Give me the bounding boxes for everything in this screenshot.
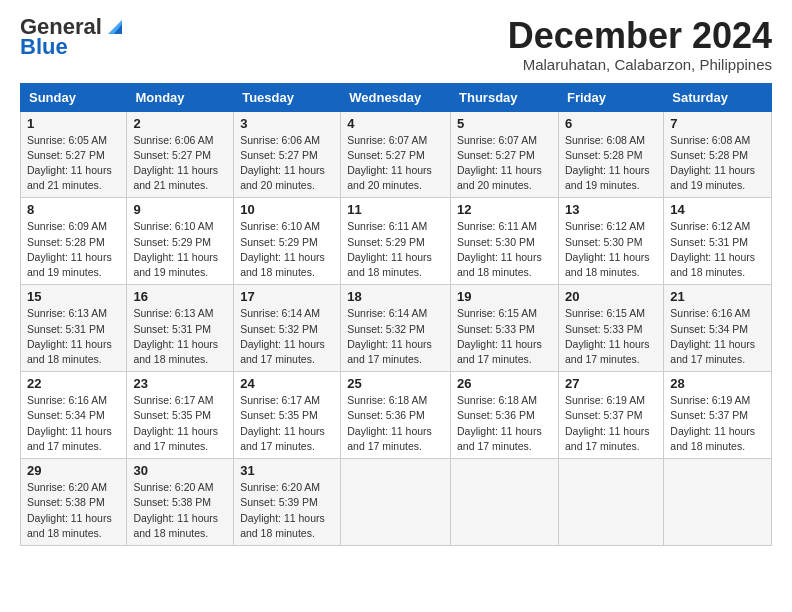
day-number: 30	[133, 463, 227, 478]
logo-blue: Blue	[20, 34, 68, 60]
calendar-cell: 4 Sunrise: 6:07 AMSunset: 5:27 PMDayligh…	[341, 111, 451, 198]
day-info: Sunrise: 6:20 AMSunset: 5:38 PMDaylight:…	[27, 480, 120, 541]
day-info: Sunrise: 6:08 AMSunset: 5:28 PMDaylight:…	[670, 133, 765, 194]
day-info: Sunrise: 6:16 AMSunset: 5:34 PMDaylight:…	[27, 393, 120, 454]
weekday-header-thursday: Thursday	[451, 83, 559, 111]
day-info: Sunrise: 6:16 AMSunset: 5:34 PMDaylight:…	[670, 306, 765, 367]
day-number: 1	[27, 116, 120, 131]
day-number: 8	[27, 202, 120, 217]
day-number: 20	[565, 289, 657, 304]
day-info: Sunrise: 6:08 AMSunset: 5:28 PMDaylight:…	[565, 133, 657, 194]
calendar-table: SundayMondayTuesdayWednesdayThursdayFrid…	[20, 83, 772, 546]
day-info: Sunrise: 6:11 AMSunset: 5:29 PMDaylight:…	[347, 219, 444, 280]
weekday-header-sunday: Sunday	[21, 83, 127, 111]
calendar-cell: 25 Sunrise: 6:18 AMSunset: 5:36 PMDaylig…	[341, 372, 451, 459]
day-info: Sunrise: 6:05 AMSunset: 5:27 PMDaylight:…	[27, 133, 120, 194]
calendar-cell: 2 Sunrise: 6:06 AMSunset: 5:27 PMDayligh…	[127, 111, 234, 198]
calendar-cell: 7 Sunrise: 6:08 AMSunset: 5:28 PMDayligh…	[664, 111, 772, 198]
title-area: December 2024 Malaruhatan, Calabarzon, P…	[508, 16, 772, 73]
calendar-cell: 20 Sunrise: 6:15 AMSunset: 5:33 PMDaylig…	[558, 285, 663, 372]
day-info: Sunrise: 6:12 AMSunset: 5:30 PMDaylight:…	[565, 219, 657, 280]
day-info: Sunrise: 6:10 AMSunset: 5:29 PMDaylight:…	[133, 219, 227, 280]
day-number: 22	[27, 376, 120, 391]
header: General Blue December 2024 Malaruhatan, …	[20, 16, 772, 73]
logo: General Blue	[20, 16, 126, 60]
calendar-cell: 19 Sunrise: 6:15 AMSunset: 5:33 PMDaylig…	[451, 285, 559, 372]
day-number: 23	[133, 376, 227, 391]
calendar-cell: 28 Sunrise: 6:19 AMSunset: 5:37 PMDaylig…	[664, 372, 772, 459]
calendar-cell: 15 Sunrise: 6:13 AMSunset: 5:31 PMDaylig…	[21, 285, 127, 372]
day-number: 29	[27, 463, 120, 478]
day-number: 27	[565, 376, 657, 391]
day-number: 4	[347, 116, 444, 131]
calendar-cell: 6 Sunrise: 6:08 AMSunset: 5:28 PMDayligh…	[558, 111, 663, 198]
day-number: 24	[240, 376, 334, 391]
day-info: Sunrise: 6:17 AMSunset: 5:35 PMDaylight:…	[133, 393, 227, 454]
day-info: Sunrise: 6:10 AMSunset: 5:29 PMDaylight:…	[240, 219, 334, 280]
day-number: 18	[347, 289, 444, 304]
calendar-cell: 14 Sunrise: 6:12 AMSunset: 5:31 PMDaylig…	[664, 198, 772, 285]
day-number: 31	[240, 463, 334, 478]
calendar-cell: 30 Sunrise: 6:20 AMSunset: 5:38 PMDaylig…	[127, 459, 234, 546]
day-info: Sunrise: 6:09 AMSunset: 5:28 PMDaylight:…	[27, 219, 120, 280]
calendar-cell	[451, 459, 559, 546]
day-number: 15	[27, 289, 120, 304]
day-info: Sunrise: 6:12 AMSunset: 5:31 PMDaylight:…	[670, 219, 765, 280]
day-number: 25	[347, 376, 444, 391]
calendar-cell: 26 Sunrise: 6:18 AMSunset: 5:36 PMDaylig…	[451, 372, 559, 459]
day-number: 21	[670, 289, 765, 304]
calendar-cell: 13 Sunrise: 6:12 AMSunset: 5:30 PMDaylig…	[558, 198, 663, 285]
day-number: 16	[133, 289, 227, 304]
day-number: 9	[133, 202, 227, 217]
day-number: 6	[565, 116, 657, 131]
day-info: Sunrise: 6:15 AMSunset: 5:33 PMDaylight:…	[457, 306, 552, 367]
day-info: Sunrise: 6:06 AMSunset: 5:27 PMDaylight:…	[133, 133, 227, 194]
calendar-cell: 21 Sunrise: 6:16 AMSunset: 5:34 PMDaylig…	[664, 285, 772, 372]
calendar-cell: 12 Sunrise: 6:11 AMSunset: 5:30 PMDaylig…	[451, 198, 559, 285]
day-info: Sunrise: 6:13 AMSunset: 5:31 PMDaylight:…	[133, 306, 227, 367]
calendar-cell: 10 Sunrise: 6:10 AMSunset: 5:29 PMDaylig…	[234, 198, 341, 285]
calendar-cell: 18 Sunrise: 6:14 AMSunset: 5:32 PMDaylig…	[341, 285, 451, 372]
calendar-cell: 24 Sunrise: 6:17 AMSunset: 5:35 PMDaylig…	[234, 372, 341, 459]
calendar-cell	[558, 459, 663, 546]
calendar-cell: 29 Sunrise: 6:20 AMSunset: 5:38 PMDaylig…	[21, 459, 127, 546]
day-number: 13	[565, 202, 657, 217]
day-info: Sunrise: 6:17 AMSunset: 5:35 PMDaylight:…	[240, 393, 334, 454]
day-info: Sunrise: 6:18 AMSunset: 5:36 PMDaylight:…	[347, 393, 444, 454]
day-number: 11	[347, 202, 444, 217]
logo-icon	[104, 16, 126, 38]
day-number: 2	[133, 116, 227, 131]
day-number: 12	[457, 202, 552, 217]
calendar-cell: 27 Sunrise: 6:19 AMSunset: 5:37 PMDaylig…	[558, 372, 663, 459]
week-row-4: 22 Sunrise: 6:16 AMSunset: 5:34 PMDaylig…	[21, 372, 772, 459]
day-info: Sunrise: 6:14 AMSunset: 5:32 PMDaylight:…	[240, 306, 334, 367]
day-info: Sunrise: 6:13 AMSunset: 5:31 PMDaylight:…	[27, 306, 120, 367]
weekday-header-tuesday: Tuesday	[234, 83, 341, 111]
day-number: 3	[240, 116, 334, 131]
day-info: Sunrise: 6:19 AMSunset: 5:37 PMDaylight:…	[565, 393, 657, 454]
weekday-header-row: SundayMondayTuesdayWednesdayThursdayFrid…	[21, 83, 772, 111]
calendar-cell: 9 Sunrise: 6:10 AMSunset: 5:29 PMDayligh…	[127, 198, 234, 285]
weekday-header-monday: Monday	[127, 83, 234, 111]
day-number: 10	[240, 202, 334, 217]
day-info: Sunrise: 6:20 AMSunset: 5:38 PMDaylight:…	[133, 480, 227, 541]
month-title: December 2024	[508, 16, 772, 56]
day-info: Sunrise: 6:11 AMSunset: 5:30 PMDaylight:…	[457, 219, 552, 280]
day-info: Sunrise: 6:15 AMSunset: 5:33 PMDaylight:…	[565, 306, 657, 367]
week-row-1: 1 Sunrise: 6:05 AMSunset: 5:27 PMDayligh…	[21, 111, 772, 198]
calendar-cell: 8 Sunrise: 6:09 AMSunset: 5:28 PMDayligh…	[21, 198, 127, 285]
day-number: 17	[240, 289, 334, 304]
calendar-cell	[341, 459, 451, 546]
day-number: 26	[457, 376, 552, 391]
day-info: Sunrise: 6:20 AMSunset: 5:39 PMDaylight:…	[240, 480, 334, 541]
day-number: 28	[670, 376, 765, 391]
weekday-header-saturday: Saturday	[664, 83, 772, 111]
weekday-header-friday: Friday	[558, 83, 663, 111]
calendar-cell: 31 Sunrise: 6:20 AMSunset: 5:39 PMDaylig…	[234, 459, 341, 546]
calendar-cell: 3 Sunrise: 6:06 AMSunset: 5:27 PMDayligh…	[234, 111, 341, 198]
day-info: Sunrise: 6:06 AMSunset: 5:27 PMDaylight:…	[240, 133, 334, 194]
day-info: Sunrise: 6:14 AMSunset: 5:32 PMDaylight:…	[347, 306, 444, 367]
calendar-cell: 17 Sunrise: 6:14 AMSunset: 5:32 PMDaylig…	[234, 285, 341, 372]
day-number: 7	[670, 116, 765, 131]
week-row-2: 8 Sunrise: 6:09 AMSunset: 5:28 PMDayligh…	[21, 198, 772, 285]
